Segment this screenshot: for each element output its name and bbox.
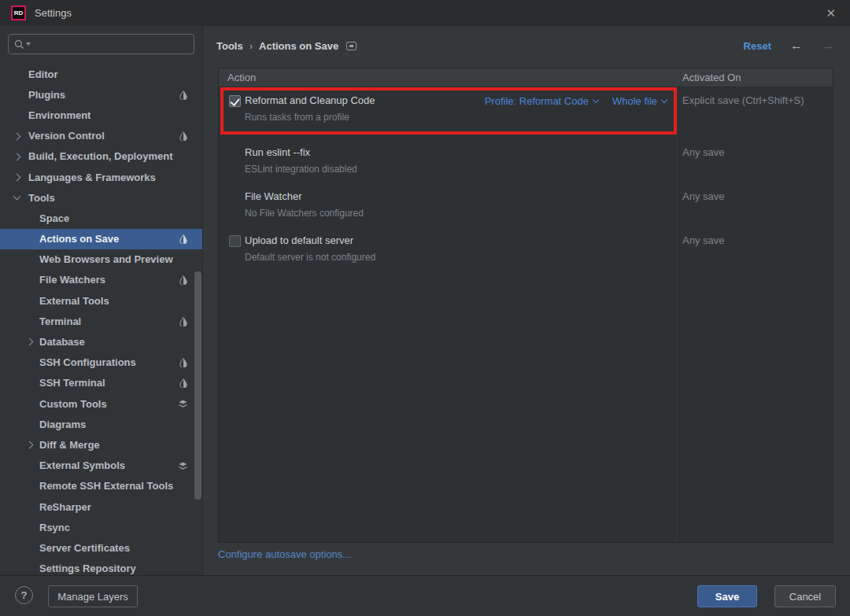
action-cell: Reformat and Cleanup Code Runs tasks fro… xyxy=(219,87,676,133)
shared-layers-icon xyxy=(179,399,187,409)
action-cell: File Watcher No File Watchers configured xyxy=(219,183,676,227)
layer-modified-icon xyxy=(179,234,187,245)
sidebar-item-environment[interactable]: Environment xyxy=(0,105,203,125)
breadcrumb-tools[interactable]: Tools xyxy=(216,40,243,52)
layer-modified-icon xyxy=(179,131,187,142)
table-row-file-watcher[interactable]: File Watcher No File Watchers configured… xyxy=(219,183,833,227)
row-controls: Profile: Reformat Code Whole file xyxy=(485,95,667,107)
sidebar-item-server-certificates[interactable]: Server Certificates xyxy=(0,537,203,558)
sidebar-item-web-browsers-and-preview[interactable]: Web Browsers and Preview xyxy=(0,249,203,270)
back-arrow-icon[interactable]: ← xyxy=(790,39,803,53)
activated-on-value: Any save xyxy=(676,227,833,271)
sidebar-item-plugins[interactable]: Plugins xyxy=(0,84,203,105)
action-title: Run eslint --fix xyxy=(245,146,667,158)
search-box[interactable] xyxy=(8,34,194,54)
cancel-button[interactable]: Cancel xyxy=(774,585,836,607)
sidebar-item-settings-repository[interactable]: Settings Repository xyxy=(0,559,203,576)
upload-checkbox[interactable] xyxy=(229,235,241,247)
action-cell: Upload to default server Default server … xyxy=(219,227,676,271)
reformat-checkbox[interactable] xyxy=(229,95,241,107)
dialog-footer: ? Manage Layers Save Cancel xyxy=(0,575,850,616)
reset-link[interactable]: Reset xyxy=(744,40,771,52)
action-titles: Upload to default server Default server … xyxy=(245,234,667,264)
layer-modified-icon xyxy=(179,358,187,368)
sidebar-item-version-control[interactable]: Version Control xyxy=(0,126,203,146)
layer-modified-icon xyxy=(179,90,187,100)
sidebar-item-custom-tools[interactable]: Custom Tools xyxy=(0,393,203,414)
expand-chevron-icon[interactable] xyxy=(13,153,21,160)
help-icon[interactable]: ? xyxy=(15,586,33,604)
layer-modified-icon xyxy=(179,275,187,286)
settings-dialog: RD Settings ✕ Editor Plugins Environment… xyxy=(0,0,850,616)
forward-arrow-icon[interactable]: → xyxy=(822,39,834,53)
sidebar-item-database[interactable]: Database xyxy=(0,331,203,352)
column-header-activated-on: Activated On xyxy=(676,68,741,87)
action-title: Upload to default server xyxy=(245,234,667,246)
breadcrumb-current-page: Actions on Save xyxy=(259,40,338,52)
column-header-action: Action xyxy=(219,68,676,87)
table-row-reformat-and-cleanup[interactable]: Reformat and Cleanup Code Runs tasks fro… xyxy=(219,87,833,133)
profile-dropdown[interactable]: Profile: Reformat Code xyxy=(485,95,598,107)
action-cell: Run eslint --fix ESLint integration disa… xyxy=(219,139,676,183)
sidebar-item-diff-merge[interactable]: Diff & Merge xyxy=(0,434,203,455)
action-titles: File Watcher No File Watchers configured xyxy=(245,190,667,219)
sidebar-item-remote-ssh-external-tools[interactable]: Remote SSH External Tools xyxy=(0,476,203,496)
breadcrumb: Tools › Actions on Save Reset ← → xyxy=(216,35,834,56)
action-titles: Run eslint --fix ESLint integration disa… xyxy=(245,146,667,175)
sidebar-item-languages-frameworks[interactable]: Languages & Frameworks xyxy=(0,167,203,187)
sidebar-item-ssh-configurations[interactable]: SSH Configurations xyxy=(0,352,203,373)
actions-on-save-table: Action Activated On Reformat and Cleanup… xyxy=(218,68,833,543)
action-subtitle: ESLint integration disabled xyxy=(245,164,667,175)
title-bar: RD Settings ✕ xyxy=(0,0,850,26)
rider-logo-icon: RD xyxy=(11,6,26,20)
settings-content: Tools › Actions on Save Reset ← → Action… xyxy=(203,26,850,575)
manage-layers-button[interactable]: Manage Layers xyxy=(48,585,138,607)
close-icon[interactable]: ✕ xyxy=(826,6,836,20)
sidebar-scrollbar[interactable] xyxy=(194,271,201,500)
sidebar-item-external-tools[interactable]: External Tools xyxy=(0,290,203,311)
chevron-down-icon xyxy=(661,97,667,103)
layer-modified-icon xyxy=(179,316,187,326)
sidebar-item-diagrams[interactable]: Diagrams xyxy=(0,414,203,434)
sidebar-item-ssh-terminal[interactable]: SSH Terminal xyxy=(0,373,203,393)
page-indicator-icon xyxy=(346,42,357,50)
search-input[interactable] xyxy=(31,39,194,50)
expand-chevron-icon[interactable] xyxy=(26,338,34,346)
expand-chevron-icon[interactable] xyxy=(13,173,21,181)
breadcrumb-separator-icon: › xyxy=(249,40,253,52)
sidebar-item-rsync[interactable]: Rsync xyxy=(0,517,203,537)
expand-chevron-icon[interactable] xyxy=(26,441,34,449)
table-header: Action Activated On xyxy=(219,68,833,87)
sidebar-item-file-watchers[interactable]: File Watchers xyxy=(0,270,203,290)
sidebar-item-editor[interactable]: Editor xyxy=(0,64,203,84)
action-title: Reformat and Cleanup Code xyxy=(245,94,485,106)
settings-tree: Editor Plugins Environment Version Contr… xyxy=(0,64,203,575)
sidebar-item-space[interactable]: Space xyxy=(0,208,203,228)
activated-on-value: Any save xyxy=(676,183,833,227)
action-subtitle: Runs tasks from a profile xyxy=(245,112,485,124)
sidebar-item-external-symbols[interactable]: External Symbols xyxy=(0,456,203,476)
action-subtitle: No File Watchers configured xyxy=(245,208,667,219)
sidebar-item-tools[interactable]: Tools xyxy=(0,187,203,208)
activated-on-value: Any save xyxy=(676,139,833,183)
collapse-chevron-icon[interactable] xyxy=(13,193,21,201)
table-row-upload-to-default-server[interactable]: Upload to default server Default server … xyxy=(219,227,833,271)
sidebar-item-resharper[interactable]: ReSharper xyxy=(0,496,203,517)
action-titles: Reformat and Cleanup Code Runs tasks fro… xyxy=(245,94,485,124)
layer-modified-icon xyxy=(179,378,187,389)
chevron-down-icon xyxy=(593,97,599,103)
sidebar-item-terminal[interactable]: Terminal xyxy=(0,311,203,331)
shared-layers-icon xyxy=(179,461,187,471)
sidebar-item-actions-on-save[interactable]: Actions on Save xyxy=(0,229,203,249)
expand-chevron-icon[interactable] xyxy=(13,132,21,140)
action-title: File Watcher xyxy=(245,190,667,202)
configure-autosave-link[interactable]: Configure autosave options... xyxy=(218,548,351,560)
scope-dropdown[interactable]: Whole file xyxy=(612,95,667,107)
search-icon xyxy=(14,39,24,50)
save-button[interactable]: Save xyxy=(697,585,757,607)
activated-on-value: Explicit save (Ctrl+Shift+S) xyxy=(676,87,833,133)
table-row-run-eslint[interactable]: Run eslint --fix ESLint integration disa… xyxy=(219,139,833,183)
settings-sidebar: Editor Plugins Environment Version Contr… xyxy=(0,26,203,575)
sidebar-item-build-execution-deployment[interactable]: Build, Execution, Deployment xyxy=(0,146,203,167)
table-rows: Reformat and Cleanup Code Runs tasks fro… xyxy=(219,87,833,271)
